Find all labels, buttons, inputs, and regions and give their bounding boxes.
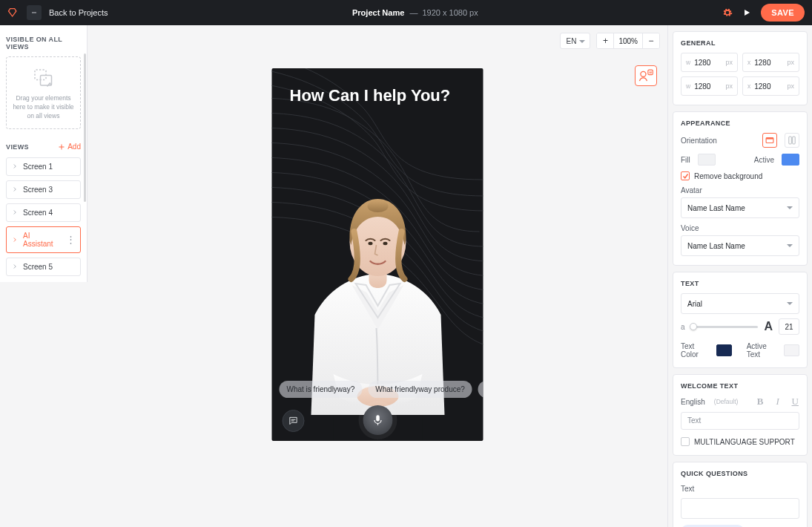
quick-question-chip[interactable]: What is fr: [478, 381, 483, 398]
save-button[interactable]: SAVE: [761, 4, 805, 22]
landscape-icon: [765, 135, 775, 145]
x-field-2[interactable]: x1280px: [742, 76, 799, 96]
svg-rect-0: [32, 13, 36, 13]
active-text-label: Active Text: [747, 342, 777, 359]
text-color-swatch[interactable]: [716, 344, 732, 356]
font-size-max-icon: A: [764, 320, 773, 333]
svg-rect-15: [789, 137, 792, 144]
left-panel-scrollbar[interactable]: [84, 53, 86, 202]
underline-button[interactable]: U: [790, 396, 799, 407]
svg-point-11: [383, 242, 387, 245]
multilanguage-label: MULTILANGUAGE SUPPORT: [694, 438, 795, 446]
view-item-label: Screen 3: [23, 186, 53, 194]
chevron-right-icon: [11, 236, 19, 243]
project-name-label: Project Name: [352, 8, 404, 17]
view-item-screen-3[interactable]: Screen 3: [6, 180, 81, 199]
active-label: Active: [754, 156, 774, 164]
canvas-toolbar: EN + 100% −: [560, 33, 660, 49]
width-field-2[interactable]: w1280px: [681, 76, 738, 96]
view-item-screen-5[interactable]: Screen 5: [6, 258, 81, 276]
language-select[interactable]: EN: [560, 33, 591, 49]
welcome-default-tag: (Default): [714, 398, 739, 405]
quick-question-chip[interactable]: What friendlyway produce?: [368, 381, 472, 398]
quick-question-chips: What is friendlyway? What friendlyway pr…: [280, 381, 483, 398]
svg-point-3: [641, 71, 646, 76]
dropzone-hint: Drag your elements here to make it visib…: [11, 94, 76, 121]
add-view-button[interactable]: Add: [57, 143, 81, 151]
zoom-value: 100%: [613, 33, 643, 49]
right-panel: GENERAL w1280px x1280px w1280px x1280px …: [667, 25, 812, 527]
microphone-button[interactable]: [363, 405, 392, 435]
svg-rect-12: [376, 415, 380, 421]
ai-avatar-icon: AI: [637, 68, 655, 83]
remove-background-checkbox[interactable]: Remove background: [681, 171, 799, 180]
italic-button[interactable]: I: [773, 396, 782, 407]
portrait-icon: [787, 135, 797, 145]
font-size-slider[interactable]: [691, 326, 759, 328]
active-color-swatch[interactable]: [782, 154, 799, 166]
orientation-label: Orientation: [681, 137, 717, 145]
settings-icon[interactable]: [722, 7, 733, 18]
quick-questions-section: QUICK QUESTIONS Text Who we are? ✕: [673, 462, 808, 527]
orientation-landscape-button[interactable]: [762, 133, 777, 148]
remove-background-label: Remove background: [694, 172, 762, 180]
voice-select[interactable]: Name Last Name: [681, 235, 799, 256]
back-to-projects-link[interactable]: Back to Projects: [49, 8, 108, 17]
view-item-label: Screen 1: [23, 163, 53, 171]
view-item-label: Screen 4: [23, 209, 53, 217]
welcome-text-input[interactable]: Text: [681, 412, 799, 430]
avatar-select[interactable]: Name Last Name: [681, 197, 799, 218]
add-view-label: Add: [67, 143, 81, 151]
global-elements-dropzone[interactable]: Drag your elements here to make it visib…: [6, 56, 81, 129]
svg-rect-16: [793, 137, 796, 144]
general-title: GENERAL: [681, 39, 799, 47]
font-select[interactable]: Arial: [681, 293, 799, 314]
artboard-ai-assistant[interactable]: How Can I help You?: [272, 68, 483, 441]
fill-color-swatch[interactable]: [698, 154, 716, 166]
microphone-icon: [371, 413, 384, 427]
canvas[interactable]: EN + 100% − AI: [88, 25, 667, 527]
bold-button[interactable]: B: [756, 396, 765, 407]
chat-button[interactable]: [283, 410, 305, 432]
welcome-language: English: [681, 398, 705, 406]
avatar-label: Avatar: [681, 186, 799, 194]
view-item-label: Screen 5: [23, 263, 53, 271]
welcome-heading: How Can I help You?: [290, 86, 466, 105]
appearance-section: APPEARANCE Orientation Fill Active: [673, 111, 808, 266]
top-bar: Back to Projects Project Name — 1920 x 1…: [0, 0, 812, 25]
appearance-title: APPEARANCE: [681, 120, 799, 127]
zoom-in-button[interactable]: +: [597, 33, 613, 49]
svg-text:AI: AI: [649, 71, 652, 74]
view-item-screen-4[interactable]: Screen 4: [6, 203, 81, 222]
welcome-text-section: WELCOME TEXT English (Default) B I U Tex…: [673, 374, 808, 456]
text-color-label: Text Color: [681, 342, 709, 359]
x-field-1[interactable]: x1280px: [742, 53, 799, 72]
quick-question-chip[interactable]: What is friendlyway?: [280, 381, 363, 398]
voice-label: Voice: [681, 224, 799, 232]
font-size-input[interactable]: 21: [779, 318, 799, 335]
view-item-ai-assistant[interactable]: AI Assistant ⋮: [6, 226, 81, 253]
visible-on-all-views-title: VISIBLE ON ALL VIEWS: [6, 36, 81, 50]
width-field-1[interactable]: w1280px: [681, 53, 738, 72]
font-size-min-icon: a: [681, 323, 685, 331]
plus-icon: [57, 143, 66, 151]
views-list: Screen 1 Screen 3 Screen 4 AI Assistant …: [6, 157, 81, 276]
svg-rect-14: [766, 138, 773, 140]
ai-assistant-widget-button[interactable]: AI: [635, 65, 657, 86]
play-icon[interactable]: [742, 7, 752, 18]
view-item-screen-1[interactable]: Screen 1: [6, 157, 81, 176]
view-item-label: AI Assistant: [23, 232, 61, 248]
active-text-swatch[interactable]: [784, 344, 799, 356]
view-item-menu-button[interactable]: ⋮: [65, 235, 76, 245]
quick-questions-input[interactable]: [681, 498, 799, 519]
svg-point-10: [368, 242, 372, 245]
svg-point-9: [367, 200, 388, 212]
multilanguage-checkbox[interactable]: MULTILANGUAGE SUPPORT: [681, 437, 799, 446]
collapse-sidebar-button[interactable]: [27, 5, 42, 20]
chat-icon: [288, 416, 299, 426]
zoom-control: + 100% −: [596, 33, 660, 49]
app-logo: [7, 7, 19, 19]
fill-label: Fill: [681, 156, 690, 164]
orientation-portrait-button[interactable]: [785, 133, 799, 148]
zoom-out-button[interactable]: −: [643, 33, 659, 49]
